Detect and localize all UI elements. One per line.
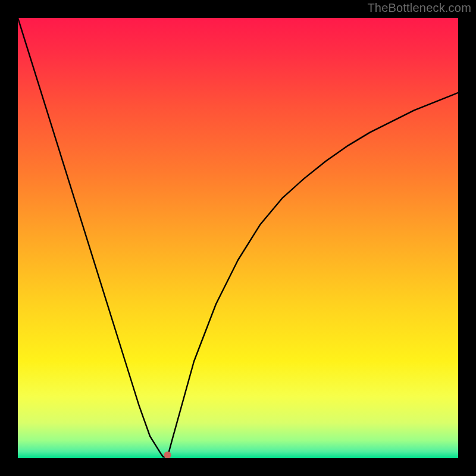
chart-svg [18,18,458,458]
watermark-text: TheBottleneck.com [367,1,471,15]
chart-frame: TheBottleneck.com [0,0,476,476]
gradient-background [18,18,458,458]
